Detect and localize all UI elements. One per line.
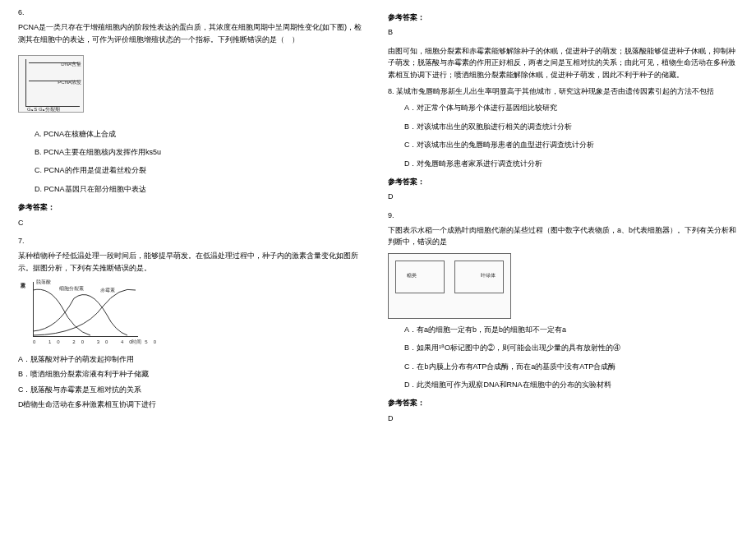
q8-opt-c: C．对该城市出生的兔唇畸形患者的血型进行调查统计分析: [404, 139, 738, 150]
q7-fig-legend1: 脱落酸: [36, 279, 51, 287]
q7-explanation: 由图可知，细胞分裂素和赤霉素能够解除种子的休眠，促进种子的萌发；脱落酸能够促进种…: [388, 45, 738, 81]
q9-opt-c: C．在b内膜上分布有ATP合成酶，而在a的基质中没有ATP合成酶: [404, 361, 738, 372]
q9-answer: D: [388, 413, 738, 424]
q7-answer: B: [388, 26, 738, 38]
q6-fig-dna-label: DNA含量: [61, 61, 81, 69]
q6-opt-c: C. PCNA的作用是促进着丝粒分裂: [35, 164, 368, 176]
q6-answer-header: 参考答案：: [18, 201, 368, 213]
q7-options: A．脱落酸对种子的萌发起抑制作用 B．喷洒细胞分裂素溶液有利于种子储藏 C．脱落…: [18, 353, 368, 411]
q9-fig-label2: 叶绿体: [481, 272, 496, 280]
q9-text: 下图表示水稻一个成熟叶肉细胞代谢的某些过程（图中数字代表物质，a、b代表细胞器）…: [388, 224, 738, 248]
q7-number: 7.: [18, 235, 368, 247]
right-column: 参考答案： B 由图可知，细胞分裂素和赤霉素能够解除种子的休眠，促进种子的萌发；…: [378, 7, 748, 528]
left-column: 6. PCNA是一类只存在于增殖细胞内的阶段性表达的蛋白质，其浓度在细胞周期中呈…: [8, 7, 378, 528]
q9-options: A．有a的细胞一定有b，而是b的细胞却不一定有a B．如果用¹⁸O标记图中的②，…: [388, 324, 738, 391]
q7-opt-c: C．脱落酸与赤霉素是互相对抗的关系: [18, 384, 368, 395]
q7-figure: 激素浓度 脱落酸 细胞分裂素 赤霉素 0 10 20 30 40 50 时间: [18, 279, 141, 348]
q7-text: 某种植物种子经低温处理一段时间后，能够提早萌发。在低温处理过程中，种子内的激素含…: [18, 250, 368, 274]
q8-opt-a: A．对正常个体与畸形个体进行基因组比较研究: [404, 102, 738, 113]
q6-opt-b: B. PCNA主要在细胞核内发挥作用ks5u: [35, 146, 368, 158]
q9-opt-a: A．有a的细胞一定有b，而是b的细胞却不一定有a: [404, 324, 738, 335]
q6-text: PCNA是一类只存在于增殖细胞内的阶段性表达的蛋白质，其浓度在细胞周期中呈周期性…: [18, 21, 368, 45]
q8-opt-b: B．对该城市出生的双胞胎进行相关的调查统计分析: [404, 121, 738, 132]
q7-opt-d: D植物生命活动在多种激素相互协调下进行: [18, 399, 368, 410]
q7-fig-ticks: 0 10 20 30 40 50: [33, 339, 162, 347]
q6-opt-d: D. PCNA基因只在部分细胞中表达: [35, 183, 368, 195]
q9-fig-label1: 糖类: [407, 272, 417, 280]
q6-fig-pcna-label: PCNA浓度: [58, 79, 81, 87]
q7-opt-b: B．喷洒细胞分裂素溶液有利于种子储藏: [18, 368, 368, 380]
q8-opt-d: D．对兔唇畸形患者家系进行调查统计分析: [404, 158, 738, 169]
q6-opt-a: A. PCNA在核糖体上合成: [35, 128, 368, 140]
q9-figure: 糖类 叶绿体: [388, 253, 511, 319]
q9-number: 9.: [388, 210, 738, 221]
q6-number: 6.: [18, 7, 368, 18]
q6-options: A. PCNA在核糖体上合成 B. PCNA主要在细胞核内发挥作用ks5u C.…: [35, 128, 368, 196]
q7-answer-header: 参考答案：: [388, 12, 738, 23]
q9-opt-d: D．此类细胞可作为观察DNA和RNA在细胞中的分布的实验材料: [404, 379, 738, 390]
q6-figure: DNA含量 PCNA浓度 G₁ S G₂ 分裂期: [18, 55, 84, 113]
q6-answer: C: [18, 217, 368, 228]
q8-answer-header: 参考答案：: [388, 176, 738, 187]
q9-opt-b: B．如果用¹⁸O标记图中的②，则可能会出现少量的具有放射性的④: [404, 342, 738, 353]
q7-fig-legend3: 赤霉素: [100, 287, 115, 295]
q8-answer: D: [388, 191, 738, 202]
q7-fig-legend2: 细胞分裂素: [59, 285, 84, 293]
q7-opt-a: A．脱落酸对种子的萌发起抑制作用: [18, 353, 368, 365]
q6-fig-axis-label: G₁ S G₂ 分裂期: [27, 106, 60, 114]
q8-text: 8. 某城市兔唇畸形新生儿出生率明显高于其他城市，研究这种现象是否由遗传因素引起…: [388, 85, 738, 97]
q7-fig-x-label: 时间: [131, 339, 141, 347]
q9-answer-header: 参考答案：: [388, 397, 738, 408]
q8-options: A．对正常个体与畸形个体进行基因组比较研究 B．对该城市出生的双胞胎进行相关的调…: [388, 102, 738, 169]
